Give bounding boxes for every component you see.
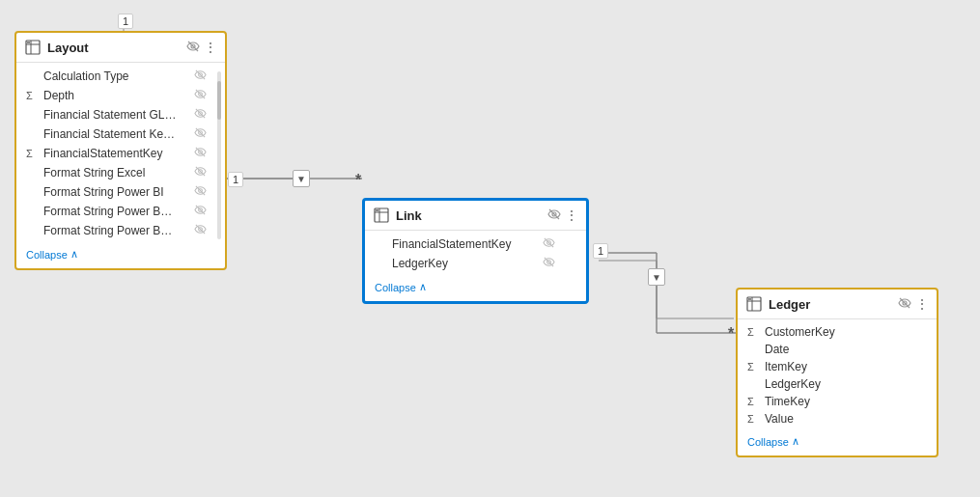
field-eye-icon xyxy=(194,69,207,84)
link-card-title: Link xyxy=(396,208,542,223)
sigma-icon: Σ xyxy=(747,396,759,407)
ledger-collapse-link[interactable]: Collapse ∧ xyxy=(747,435,927,448)
field-row: Format String Power BI xyxy=(16,182,225,202)
ledger-card-footer: Collapse ∧ xyxy=(738,431,937,456)
link-collapse-link[interactable]: Collapse ∧ xyxy=(375,281,576,293)
field-row: Financial Statement GL… xyxy=(16,105,225,124)
layout-card-footer: Collapse ∧ xyxy=(16,244,225,268)
field-eye-icon xyxy=(194,204,207,219)
field-name: ItemKey xyxy=(765,360,910,373)
ledger-card-title: Ledger xyxy=(769,297,892,312)
field-row: Calculation Type xyxy=(16,67,225,86)
field-name: Format String Power B… xyxy=(43,224,188,237)
ledger-table-icon xyxy=(745,295,763,313)
field-name: TimeKey xyxy=(765,395,910,408)
ledger-more-icon[interactable]: ⋮ xyxy=(915,296,929,312)
collapse-chevron-icon: ∧ xyxy=(792,435,799,448)
layout-more-icon[interactable]: ⋮ xyxy=(204,40,217,55)
link-card-footer: Collapse ∧ xyxy=(365,277,586,301)
field-name: Date xyxy=(765,343,910,356)
field-row: Σ Depth xyxy=(16,86,225,105)
scrollbar[interactable] xyxy=(217,71,221,239)
field-row: Σ TimeKey xyxy=(738,393,937,410)
field-name: Depth xyxy=(43,89,188,102)
field-row: Format String Excel xyxy=(16,163,225,182)
layout-link-badge: 1 xyxy=(228,172,243,187)
layout-card-header: Layout ⋮ xyxy=(16,33,225,63)
layout-eye-icon[interactable] xyxy=(186,40,200,56)
field-row: Σ CustomerKey xyxy=(738,323,937,341)
ledger-card-body: Σ CustomerKey Date Σ ItemKey LedgerKey Σ… xyxy=(738,319,937,431)
field-name: Financial Statement Ke… xyxy=(43,127,188,141)
badge-value: 1 xyxy=(233,174,238,185)
sigma-icon: Σ xyxy=(26,90,38,101)
field-eye-icon xyxy=(194,184,207,200)
sigma-icon: Σ xyxy=(26,148,38,159)
field-name: FinancialStatementKey xyxy=(392,237,537,251)
ledger-eye-icon[interactable] xyxy=(898,296,911,313)
field-row: LedgerKey xyxy=(738,375,937,393)
connection-arrow-layout-link: ▼ xyxy=(293,170,310,187)
field-row: Format String Power B… xyxy=(16,202,225,221)
field-eye-icon xyxy=(194,107,207,123)
field-name: CustomerKey xyxy=(765,325,910,339)
collapse-chevron-icon: ∧ xyxy=(419,281,427,293)
link-ledger-badge: 1 xyxy=(593,243,608,259)
field-eye-icon xyxy=(194,88,207,103)
sigma-icon: Σ xyxy=(747,413,759,425)
layout-card-title: Layout xyxy=(47,41,181,55)
link-eye-icon[interactable] xyxy=(547,207,561,224)
layout-table-icon xyxy=(24,39,42,56)
link-card-body: FinancialStatementKey LedgerKey xyxy=(365,231,586,277)
field-name: Financial Statement GL… xyxy=(43,108,188,122)
field-eye-icon xyxy=(543,256,555,271)
field-row: Format String Power B… xyxy=(16,221,225,240)
field-name: FinancialStatementKey xyxy=(43,147,188,160)
svg-rect-37 xyxy=(376,209,378,211)
field-eye-icon xyxy=(194,126,207,142)
link-card[interactable]: Link ⋮ FinancialStatementKey xyxy=(362,198,589,304)
field-eye-icon xyxy=(194,223,207,238)
field-row: FinancialStatementKey xyxy=(365,235,586,254)
svg-line-5 xyxy=(599,256,734,367)
sigma-icon: Σ xyxy=(747,326,759,338)
field-row: Σ FinancialStatementKey xyxy=(16,144,225,163)
layout-card-body: Calculation Type Σ Depth Financial State… xyxy=(16,63,225,244)
svg-rect-47 xyxy=(748,298,751,300)
field-name: Calculation Type xyxy=(43,69,188,83)
field-name: LedgerKey xyxy=(765,377,910,391)
field-name: LedgerKey xyxy=(392,257,537,270)
layout-collapse-link[interactable]: Collapse ∧ xyxy=(26,248,215,261)
field-eye-icon xyxy=(194,146,207,161)
field-row: LedgerKey xyxy=(365,254,586,273)
sigma-icon: Σ xyxy=(747,361,759,373)
field-row: Σ ItemKey xyxy=(738,358,937,375)
collapse-chevron-icon: ∧ xyxy=(70,248,78,261)
link-header-actions[interactable]: ⋮ xyxy=(547,207,578,224)
field-row: Financial Statement Ke… xyxy=(16,124,225,144)
field-row: Date xyxy=(738,341,937,358)
ledger-header-actions[interactable]: ⋮ xyxy=(898,296,929,313)
field-name: Format String Power BI xyxy=(43,185,188,199)
link-table-icon xyxy=(373,207,390,224)
many-symbol-left: * xyxy=(355,172,361,189)
field-eye-icon xyxy=(543,236,555,252)
diagram-canvas: 1 Layout xyxy=(0,0,980,497)
link-more-icon[interactable]: ⋮ xyxy=(565,207,578,223)
layout-top-badge: 1 xyxy=(118,14,133,29)
field-row: Σ Value xyxy=(738,410,937,428)
layout-card[interactable]: Layout ⋮ Calculation Type xyxy=(14,31,227,270)
badge-value: 1 xyxy=(598,245,603,257)
field-name: Value xyxy=(765,412,910,426)
svg-rect-9 xyxy=(27,41,30,43)
field-name: Format String Power B… xyxy=(43,205,188,218)
connection-arrow-link-ledger: ▼ xyxy=(648,268,665,286)
field-eye-icon xyxy=(194,165,207,180)
many-symbol-right: * xyxy=(728,325,734,343)
layout-header-actions[interactable]: ⋮ xyxy=(186,40,217,56)
ledger-card-header: Ledger ⋮ xyxy=(738,290,937,319)
ledger-card[interactable]: Ledger ⋮ Σ CustomerKey Date xyxy=(736,288,938,457)
field-name: Format String Excel xyxy=(43,166,188,179)
link-card-header: Link ⋮ xyxy=(365,201,586,231)
